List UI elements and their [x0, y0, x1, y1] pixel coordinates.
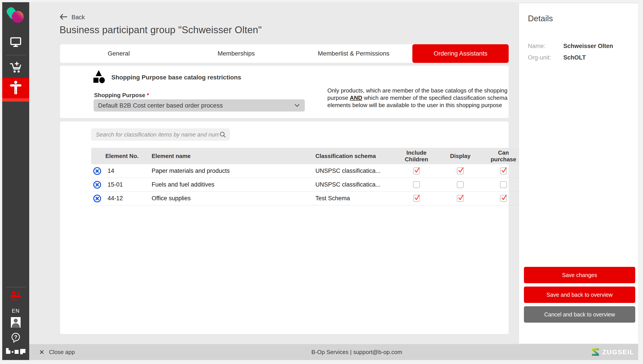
zugseil-app-logo: [7, 7, 25, 24]
shopping-purpose-label: Shopping Purpose *: [94, 92, 149, 99]
sidebar-item-shopping[interactable]: [2, 58, 29, 78]
display-checkbox[interactable]: [457, 195, 464, 202]
display-checkbox[interactable]: [457, 181, 464, 188]
cell-element-name: Paper materials and products: [152, 168, 316, 174]
include-children-checkbox[interactable]: [413, 195, 420, 202]
cell-classification-schema: Test Schema: [316, 195, 394, 202]
classification-table: Element No. Element name Classification …: [91, 148, 525, 205]
remove-row-button[interactable]: [93, 180, 101, 189]
col-can-purchase: Canpurchase: [482, 149, 525, 163]
user-avatar[interactable]: [11, 317, 20, 328]
restriction-description: Only products, which are member of the b…: [327, 87, 524, 109]
cell-element-name: Office supplies: [152, 195, 316, 202]
cell-element-no: 15-01: [105, 181, 152, 188]
col-include-children: IncludeChildren: [394, 149, 439, 163]
shapes-icon: [92, 70, 105, 85]
back-arrow-icon: [60, 14, 68, 21]
search-icon[interactable]: [219, 131, 226, 138]
details-panel: Details Name: Schweisser Olten Org-unit:…: [519, 3, 638, 344]
user-switch-button[interactable]: [2, 290, 29, 303]
b-op-logo: [6, 347, 26, 356]
cell-element-no: 44-12: [105, 195, 152, 202]
can-purchase-checkbox[interactable]: [500, 195, 507, 202]
sidebar-item-ordering-assistants[interactable]: [2, 78, 29, 98]
tab-memberships[interactable]: Memberships: [178, 44, 295, 63]
chevron-down-icon: [294, 104, 300, 107]
save-changes-button[interactable]: Save changes: [524, 267, 635, 283]
page-title: Business participant group "Schweisser O…: [60, 24, 262, 36]
cell-element-name: Fuels and fuel additives: [152, 181, 316, 188]
close-app-button[interactable]: ✕ Close app: [39, 344, 75, 360]
table-row: 44-12 Office supplies Test Schema: [91, 192, 525, 205]
sidebar-item-desktop[interactable]: [2, 32, 29, 53]
required-asterisk: *: [147, 92, 149, 98]
col-display: Display: [439, 153, 482, 159]
display-checkbox[interactable]: [457, 168, 464, 174]
cell-element-no: 14: [105, 168, 152, 174]
include-children-checkbox[interactable]: [413, 168, 420, 174]
col-classification-schema: Classification schema: [316, 153, 394, 159]
shopping-purpose-value: Default B2B Cost center based order proc…: [98, 102, 294, 109]
help-icon: ?: [11, 340, 20, 344]
remove-row-button[interactable]: [93, 167, 101, 175]
remove-row-button[interactable]: [93, 194, 101, 203]
col-element-name: Element name: [152, 153, 316, 159]
section-title: Shopping Purpose base catalog restrictio…: [111, 74, 241, 81]
shopping-purpose-card: Shopping Purpose base catalog restrictio…: [60, 66, 509, 118]
footer-bar: ✕ Close app B-Op Services | support@b-op…: [29, 344, 638, 360]
cell-classification-schema: UNSPSC classificatica...: [316, 168, 394, 174]
help-button[interactable]: ?: [11, 332, 20, 344]
include-children-checkbox[interactable]: [413, 181, 420, 188]
description-and: AND: [350, 94, 362, 101]
search-bar: [91, 128, 230, 141]
table-header-row: Element No. Element name Classification …: [91, 148, 525, 164]
accessibility-icon: [9, 80, 22, 96]
sidebar: EN ?: [2, 2, 29, 360]
details-field-name: Name: Schweisser Olten: [528, 43, 613, 50]
monitor-icon: [10, 37, 22, 48]
tab-general[interactable]: General: [60, 44, 178, 63]
can-purchase-checkbox[interactable]: [500, 168, 507, 174]
tab-ordering-assistants[interactable]: Ordering Assistants: [412, 44, 509, 63]
cell-classification-schema: UNSPSC classificatica...: [316, 181, 394, 188]
main-content: Back Business participant group "Schweis…: [29, 2, 518, 344]
language-button[interactable]: EN: [12, 308, 20, 314]
tab-memberlist-permissions[interactable]: Memberlist & Permissions: [295, 44, 412, 63]
table-row: 14 Paper materials and products UNSPSC c…: [91, 164, 525, 178]
support-text: B-Op Services | support@b-op.com: [312, 344, 402, 360]
back-button[interactable]: Back: [60, 14, 85, 21]
zugseil-logo: ZUGSEIL: [591, 344, 634, 360]
shopping-purpose-select[interactable]: Default B2B Cost center based order proc…: [94, 99, 305, 112]
save-and-back-button[interactable]: Save and back to overview: [524, 286, 635, 303]
cancel-and-back-button[interactable]: Cancel and back to overview: [524, 306, 635, 322]
col-element-no: Element No.: [105, 153, 152, 159]
search-input[interactable]: [96, 131, 219, 138]
table-row: 15-01 Fuels and fuel additives UNSPSC cl…: [91, 178, 525, 192]
people-swap-icon: [10, 290, 22, 302]
back-label: Back: [72, 14, 85, 21]
svg-text:?: ?: [14, 334, 18, 340]
close-icon: ✕: [39, 348, 44, 356]
cart-plus-icon: [10, 61, 22, 74]
can-purchase-checkbox[interactable]: [500, 181, 507, 188]
details-field-org-unit: Org-unit: SchOLT: [528, 54, 586, 61]
app-window: EN ?: [2, 2, 638, 360]
zugseil-z-icon: [591, 348, 600, 356]
tab-bar: General Memberships Memberlist & Permiss…: [60, 44, 509, 63]
sidebar-divider: [6, 55, 26, 55]
details-title: Details: [528, 14, 553, 23]
classification-card: Element No. Element name Classification …: [60, 122, 509, 334]
sidebar-divider-bottom: [6, 287, 26, 288]
